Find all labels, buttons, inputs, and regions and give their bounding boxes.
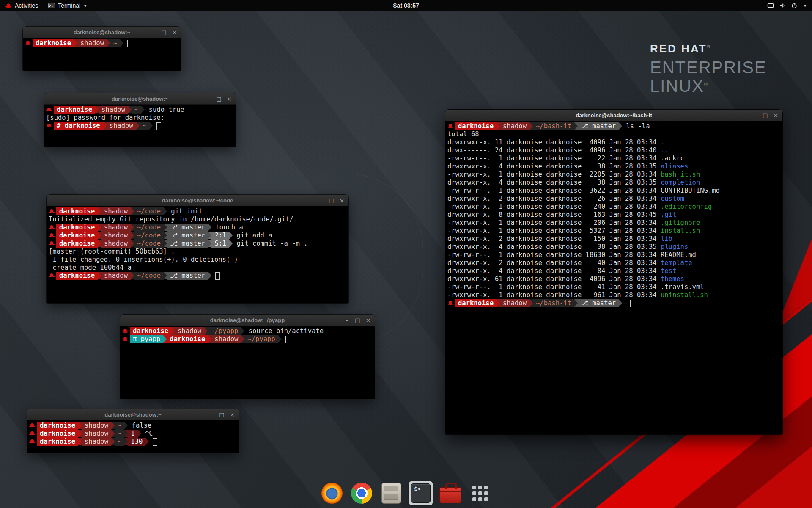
- window-titlebar[interactable]: darknoise@shadow:~/code–□×: [47, 195, 348, 206]
- terminal-output: drwxrwxr-x. 2 darknoise darknoise 150 Ja…: [447, 235, 661, 243]
- terminal-output: create mode 100644 a: [49, 264, 132, 272]
- terminal-line: -rw-rw-r--. 1 darknoise darknoise 3622 J…: [447, 187, 780, 195]
- redhat-prompt-icon: [122, 327, 128, 335]
- terminal-output: template: [661, 259, 692, 267]
- terminal-window[interactable]: darknoise@shadow:~–□×darknoiseshadow~: [23, 27, 181, 71]
- close-button[interactable]: ×: [230, 412, 235, 417]
- terminal-content[interactable]: darknoiseshadow~: [23, 38, 181, 49]
- terminal-output: 1 file changed, 0 insertions(+), 0 delet…: [49, 256, 238, 264]
- terminal-output: .: [661, 138, 664, 146]
- minimize-button[interactable]: –: [318, 198, 324, 203]
- window-titlebar[interactable]: darknoise@shadow:~/pyapp–□×: [120, 315, 375, 326]
- minimize-button[interactable]: –: [151, 30, 156, 35]
- maximize-button[interactable]: □: [355, 318, 360, 323]
- terminal-line: [sudo] password for darknoise:: [46, 114, 234, 122]
- close-button[interactable]: ×: [339, 198, 345, 203]
- chevron-down-icon[interactable]: ▾: [804, 3, 806, 8]
- dock-item-chrome[interactable]: [349, 481, 374, 505]
- terminal-content[interactable]: darknoiseshadow~/pyapp source bin/activa…: [120, 326, 375, 345]
- close-button[interactable]: ×: [773, 113, 779, 118]
- terminal-output: .git: [661, 211, 676, 219]
- minimize-button[interactable]: –: [208, 412, 214, 417]
- terminal-line: drwxrwxr-x. 2 darknoise darknoise 26 Jan…: [447, 195, 780, 203]
- prompt-separator: [208, 232, 211, 239]
- terminal-output: drwxrwxr-x. 8 darknoise darknoise 163 Ja…: [447, 211, 661, 219]
- terminal-window[interactable]: darknoise@shadow:~–□×darknoiseshadow~ fa…: [27, 409, 239, 453]
- activities-button[interactable]: Activities: [0, 0, 43, 11]
- close-button[interactable]: ×: [365, 318, 371, 323]
- dock-item-app-grid[interactable]: [468, 481, 492, 505]
- prompt-separator: [278, 335, 282, 343]
- dock-item-software[interactable]: [438, 481, 463, 505]
- prompt-separator: [164, 272, 167, 279]
- prompt-separator: [164, 224, 167, 231]
- terminal-output: drwxrwxr-x. 4 darknoise darknoise 84 Jan…: [447, 267, 661, 275]
- terminal-window[interactable]: darknoise@shadow:~/code–□×darknoiseshado…: [47, 195, 348, 303]
- prompt-separator: [78, 430, 82, 437]
- minimize-button[interactable]: –: [344, 318, 350, 323]
- window-controls: –□×: [151, 27, 177, 38]
- prompt-separator: [164, 240, 167, 247]
- prompt-separator: [497, 299, 500, 307]
- display-status-icon[interactable]: [767, 3, 774, 9]
- prompt-segment-user: darknoise: [455, 299, 497, 307]
- redhat-prompt-icon: [122, 335, 128, 343]
- terminal-content[interactable]: darknoiseshadow~ sudo true[sudo] passwor…: [44, 105, 236, 131]
- terminal-output: drwx------. 24 darknoise darknoise 4096 …: [447, 146, 661, 155]
- window-titlebar[interactable]: darknoise@shadow:~–□×: [27, 409, 239, 420]
- maximize-button[interactable]: □: [763, 113, 768, 118]
- terminal-output: -rwxrwxr-x. 1 darknoise darknoise 206 Ja…: [447, 219, 661, 227]
- prompt-segment-host: shadow: [101, 207, 131, 215]
- desktop[interactable]: RED HAT® ENTERPRISE LINUX® darknoise@sha…: [0, 0, 812, 508]
- dock-item-files[interactable]: [379, 481, 403, 505]
- prompt-segment-user: darknoise: [56, 207, 98, 215]
- maximize-button[interactable]: □: [216, 96, 222, 102]
- firefox-icon: [321, 483, 343, 504]
- maximize-button[interactable]: □: [329, 198, 334, 203]
- window-titlebar[interactable]: darknoise@shadow:~/bash-it–□×: [445, 110, 782, 121]
- dock-item-firefox[interactable]: [320, 481, 344, 505]
- redhat-prompt-icon: [447, 299, 453, 307]
- minimize-button[interactable]: –: [752, 113, 757, 118]
- terminal-cursor: [156, 122, 161, 130]
- terminal-content[interactable]: darknoiseshadow~/bash-it⎇ master ls -lat…: [445, 121, 782, 309]
- prompt-segment-path: ~: [115, 430, 124, 438]
- prompt-separator: [229, 232, 233, 239]
- terminal-output: bash_it.sh: [661, 171, 700, 179]
- redhat-prompt-icon: [29, 430, 35, 438]
- terminal-output: [master (root-commit) 50bcb63] .: [49, 248, 175, 256]
- terminal-output: -rwxrwxr-x. 1 darknoise darknoise 961 Ja…: [447, 291, 661, 299]
- terminal-output: README.md: [661, 251, 696, 259]
- terminal-window[interactable]: darknoise@shadow:~/pyapp–□×darknoiseshad…: [120, 315, 375, 399]
- terminal-line: darknoiseshadow~/bash-it⎇ master: [447, 299, 780, 307]
- minimize-button[interactable]: –: [206, 96, 211, 102]
- close-button[interactable]: ×: [227, 96, 232, 102]
- dock-item-terminal[interactable]: $>: [409, 481, 433, 505]
- chrome-icon: [351, 483, 372, 504]
- app-menu-terminal[interactable]: Terminal ▾: [43, 0, 91, 11]
- prompt-segment-host: shadow: [101, 224, 131, 232]
- prompt-segment-host: shadow: [211, 335, 241, 343]
- terminal-output: drwxrwxr-x. 2 darknoise darknoise 40 Jan…: [447, 259, 661, 267]
- window-titlebar[interactable]: darknoise@shadow:~–□×: [44, 93, 236, 105]
- volume-icon[interactable]: [779, 3, 785, 8]
- power-icon[interactable]: [791, 2, 798, 9]
- prompt-separator: [208, 335, 211, 343]
- terminal-content[interactable]: darknoiseshadow~ falsedarknoiseshadow~1 …: [27, 420, 239, 447]
- close-button[interactable]: ×: [172, 30, 177, 35]
- terminal-icon: $>: [411, 483, 431, 503]
- terminal-output: -rw-rw-r--. 1 darknoise darknoise 3622 J…: [447, 187, 661, 195]
- window-titlebar[interactable]: darknoise@shadow:~–□×: [23, 27, 181, 38]
- terminal-window[interactable]: darknoise@shadow:~–□×darknoiseshadow~ su…: [44, 93, 236, 147]
- prompt-separator: [124, 422, 128, 429]
- maximize-button[interactable]: □: [219, 412, 225, 417]
- terminal-content[interactable]: darknoiseshadow~/code git initInitialize…: [47, 206, 348, 281]
- terminal-window[interactable]: darknoise@shadow:~/bash-it–□×darknoisesh…: [445, 110, 782, 434]
- maximize-button[interactable]: □: [161, 30, 167, 35]
- clock[interactable]: Sat 03:57: [393, 2, 419, 9]
- terminal-line: 1 file changed, 0 insertions(+), 0 delet…: [49, 256, 346, 264]
- terminal-line: darknoiseshadow~/bash-it⎇ master ls -la: [447, 122, 780, 130]
- prompt-separator: [111, 430, 115, 437]
- prompt-separator: [619, 122, 622, 130]
- redhat-prompt-icon: [49, 232, 55, 240]
